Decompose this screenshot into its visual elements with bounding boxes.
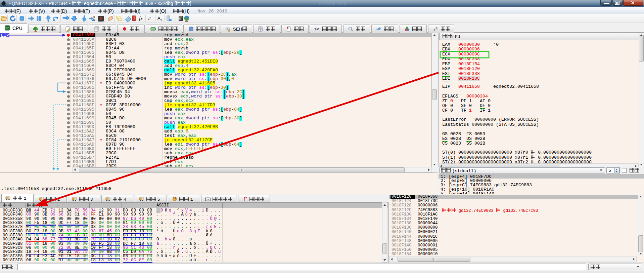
svg-text:#: #	[148, 15, 151, 21]
svg-text:[x=]: [x=]	[205, 198, 211, 201]
svg-text:<>: <>	[314, 27, 319, 32]
svg-text:z: z	[161, 18, 163, 21]
svg-text:32: 32	[6, 27, 9, 29]
svg-text:A: A	[157, 16, 160, 21]
svg-text:fx: fx	[139, 16, 143, 21]
svg-text:S: S	[99, 16, 102, 21]
